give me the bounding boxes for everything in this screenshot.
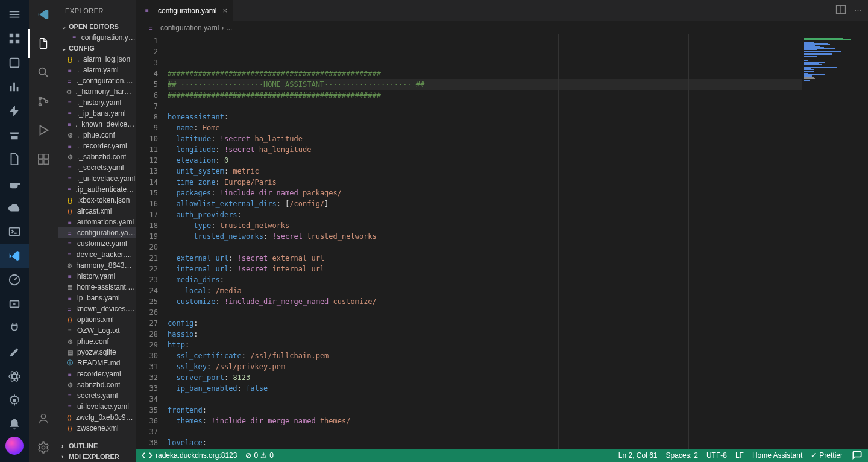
mdi-explorer-header[interactable]: › MDI EXPLORER	[58, 451, 136, 462]
ha-store-icon[interactable]	[0, 123, 29, 147]
file-label: customize.yaml	[77, 239, 127, 248]
file-item[interactable]: ≡._known_devices.yaml	[58, 119, 136, 130]
ha-file-icon[interactable]	[0, 147, 29, 171]
file-item[interactable]: ⟨⟩zwscene.xml	[58, 423, 136, 434]
file-item[interactable]: ⟨⟩options.xml	[58, 314, 136, 325]
ha-settings-icon[interactable]	[0, 388, 29, 413]
error-icon: ⊘	[245, 451, 251, 460]
file-item[interactable]: ≡configuration.yaml	[58, 227, 136, 238]
file-item[interactable]: ⚙sabnzbd.conf	[58, 379, 136, 390]
ha-gauge-icon[interactable]	[0, 268, 29, 292]
indentation[interactable]: Spaces: 2	[666, 451, 698, 460]
explorer-more-icon[interactable]: ⋯	[122, 7, 129, 14]
breadcrumb-file: configuration.yaml	[160, 24, 219, 32]
svg-point-21	[42, 446, 45, 449]
ha-chart-icon[interactable]	[0, 75, 29, 99]
file-label: ._ip_bans.yaml	[77, 109, 126, 118]
position-label: Ln 2, Col 61	[618, 451, 658, 460]
file-item[interactable]: ▤pyozw.sqlite	[58, 347, 136, 358]
file-item[interactable]: ≡OZW_Log.txt	[58, 325, 136, 336]
file-item[interactable]: ≡._ui-lovelace.yaml	[58, 173, 136, 184]
ha-bell-icon[interactable]	[0, 413, 29, 437]
workspace-header[interactable]: ⌄ CONFIG	[58, 43, 136, 54]
chevron-down-icon: ⌄	[61, 45, 69, 52]
encoding[interactable]: UTF-8	[706, 451, 727, 460]
file-item[interactable]: {}._alarm_log.json	[58, 54, 136, 65]
file-item[interactable]: ⚙._sabnzbd.conf	[58, 151, 136, 162]
formatter[interactable]: ✓Prettier	[811, 451, 843, 460]
ha-grid-icon[interactable]	[0, 27, 29, 51]
open-editor-item[interactable]: ≡configuration.yaml	[58, 32, 136, 43]
code-editor[interactable]: 1234567891011121314151617181920212223242…	[136, 34, 868, 462]
svg-point-14	[39, 104, 42, 106]
file-item[interactable]: ≡customize.yaml	[58, 238, 136, 249]
vscode-icon[interactable]	[0, 244, 29, 268]
settings-gear-icon[interactable]	[29, 433, 58, 462]
code-content[interactable]: ########################################…	[168, 34, 802, 462]
file-item[interactable]: ≡automations.yaml	[58, 217, 136, 227]
extensions-icon[interactable]	[29, 145, 58, 174]
search-icon[interactable]	[29, 58, 58, 87]
file-item[interactable]: ≡secrets.yaml	[58, 390, 136, 401]
file-item[interactable]: ⚙harmony_8643839...	[58, 260, 136, 271]
file-item[interactable]: ⚙phue.conf	[58, 336, 136, 347]
file-item[interactable]: ≡device_tracker.yaml	[58, 249, 136, 260]
file-label: ._known_devices.yaml	[75, 120, 136, 128]
gear-icon: ⚙	[65, 87, 73, 97]
file-item[interactable]: ≡._recorder.yaml	[58, 141, 136, 151]
ha-avatar[interactable]	[5, 437, 24, 455]
menu-icon[interactable]	[0, 2, 29, 27]
ha-edit-icon[interactable]	[0, 340, 29, 364]
file-item[interactable]: ≡.ip_authenticated.ya...	[58, 184, 136, 195]
ha-logbook-icon[interactable]	[0, 51, 29, 75]
file-item[interactable]: ≡history.yaml	[58, 271, 136, 282]
file-item[interactable]: ≡ip_bans.yaml	[58, 293, 136, 303]
ha-energy-icon[interactable]	[0, 99, 29, 123]
svg-point-20	[41, 414, 45, 419]
file-item[interactable]: ⟨⟩zwcfg_0xeb0c9e39...	[58, 412, 136, 423]
accounts-icon[interactable]	[29, 404, 58, 433]
close-icon[interactable]: ×	[222, 6, 227, 15]
file-item[interactable]: {}.xbox-token.json	[58, 195, 136, 206]
breadcrumb[interactable]: ≡ configuration.yaml › ...	[136, 21, 868, 34]
file-item[interactable]: ≡._ip_bans.yaml	[58, 108, 136, 119]
file-item[interactable]: ⓘREADME.md	[58, 358, 136, 369]
file-item[interactable]: ≡._secrets.yaml	[58, 162, 136, 173]
open-editors-header[interactable]: ⌄ OPEN EDITORS	[58, 21, 136, 32]
more-actions-icon[interactable]: ⋯	[854, 6, 862, 15]
svg-point-11	[13, 399, 16, 402]
ha-atom-icon[interactable]	[0, 364, 29, 388]
cursor-position[interactable]: Ln 2, Col 61	[618, 451, 658, 460]
file-item[interactable]: ≡._alarm.yaml	[58, 65, 136, 75]
explorer-icon[interactable]	[28, 29, 57, 58]
file-item[interactable]: ⚙._phue.conf	[58, 130, 136, 141]
problems[interactable]: ⊘0 ⚠0	[245, 451, 273, 460]
vscode-logo-icon[interactable]	[29, 0, 58, 29]
outline-header[interactable]: › OUTLINE	[58, 440, 136, 451]
minimap[interactable]	[802, 34, 868, 462]
json-icon: {}	[65, 195, 75, 205]
file-item[interactable]: ⚙._harmony_harmony...	[58, 86, 136, 97]
file-item[interactable]: ≣home-assistant.log	[58, 282, 136, 293]
tab-configuration[interactable]: ≡ configuration.yaml ×	[136, 0, 234, 21]
source-control-icon[interactable]	[29, 87, 58, 116]
file-item[interactable]: ≡ui-lovelace.yaml	[58, 401, 136, 412]
yaml-icon: ≡	[65, 271, 75, 281]
language-mode[interactable]: Home Assistant	[752, 451, 802, 460]
ha-cloud-icon[interactable]	[0, 195, 29, 220]
ha-media-icon[interactable]	[0, 292, 29, 316]
file-item[interactable]: ≡._history.yaml	[58, 97, 136, 108]
feedback-icon[interactable]	[851, 449, 863, 461]
run-debug-icon[interactable]	[29, 116, 58, 145]
ha-terminal-icon[interactable]	[0, 220, 29, 244]
split-editor-icon[interactable]	[835, 4, 847, 17]
remote-host[interactable]: radeka.duckdns.org:8123	[141, 449, 237, 461]
eol[interactable]: LF	[735, 451, 744, 460]
file-item[interactable]: ⟨⟩aircast.xml	[58, 206, 136, 217]
file-item[interactable]: ≡._configuration.yaml	[58, 75, 136, 86]
ha-plug-icon[interactable]	[0, 316, 29, 340]
ha-coffee-icon[interactable]	[0, 171, 29, 195]
file-item[interactable]: ≡known_devices.yaml	[58, 303, 136, 314]
file-item[interactable]: ≡recorder.yaml	[58, 369, 136, 379]
file-label: README.md	[77, 359, 120, 367]
